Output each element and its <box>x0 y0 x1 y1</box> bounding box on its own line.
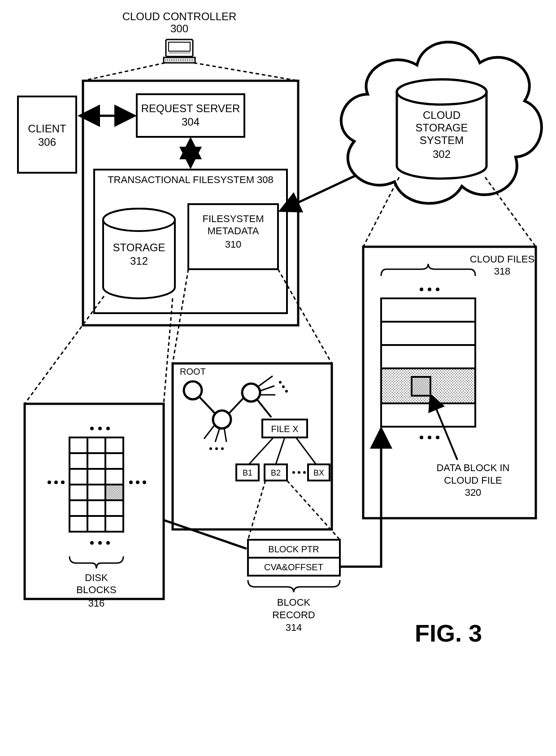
disk-blocks-label-1: DISK <box>85 572 108 583</box>
disk-blocks-ref: 316 <box>88 598 105 609</box>
svg-point-38 <box>428 436 431 439</box>
svg-line-33 <box>485 177 536 247</box>
svg-point-69 <box>106 427 110 430</box>
request-server-ref: 304 <box>182 116 200 128</box>
svg-point-46 <box>209 447 212 450</box>
svg-point-67 <box>90 427 94 430</box>
figure-label: FIG. 3 <box>415 620 482 647</box>
cloud-files-ellipsis-top <box>420 288 439 291</box>
svg-line-27 <box>194 63 298 81</box>
svg-point-37 <box>420 436 423 439</box>
tree-ellipsis-1 <box>209 447 224 450</box>
svg-point-78 <box>48 481 51 484</box>
storage-label: STORAGE <box>113 241 165 253</box>
file-x-label: FILE X <box>271 424 298 434</box>
transactional-fs-label: TRANSACTIONAL FILESYSTEM 308 <box>108 174 274 185</box>
cloud-file-row <box>381 298 475 322</box>
disk-blocks-ellipsis-bottom <box>90 541 110 545</box>
cloud-storage-label-2: STORAGE <box>416 122 468 134</box>
cloud-files-ellipsis-bottom <box>420 436 439 439</box>
svg-line-32 <box>363 177 399 247</box>
block-record-label-1: BLOCK <box>277 597 311 608</box>
cva-offset-label: CVA&OFFSET <box>264 562 323 572</box>
svg-point-60 <box>292 471 295 474</box>
data-block-ref: 320 <box>465 487 482 498</box>
cloud-file-row <box>381 322 475 345</box>
cloud-storage-label-1: CLOUD <box>423 109 460 121</box>
cloud-controller-ref: 300 <box>170 22 188 35</box>
svg-point-48 <box>221 447 224 450</box>
disk-blocks-ellipsis-top <box>90 427 110 430</box>
svg-point-29 <box>103 209 175 231</box>
cloud-files-label: CLOUD FILES <box>470 253 534 265</box>
svg-point-80 <box>61 481 65 484</box>
disk-block-highlight <box>105 485 123 500</box>
data-block-label-1: DATA BLOCK IN <box>436 462 509 473</box>
block-record-label-2: RECORD <box>272 609 315 621</box>
disk-blocks-ellipsis-right <box>129 481 146 484</box>
cloud-storage-ref: 302 <box>433 148 451 160</box>
disk-blocks-label-2: BLOCKS <box>76 584 116 595</box>
tree-node <box>242 384 260 402</box>
cloud-file-block-highlight <box>412 377 430 396</box>
client-label: CLIENT <box>28 122 66 135</box>
client-ref: 306 <box>38 136 56 148</box>
block-record-ref: 314 <box>286 622 302 633</box>
svg-rect-9 <box>164 57 195 63</box>
cloud-controller-label-group: CLOUD CONTROLLER 300 <box>122 10 237 35</box>
storage-ref: 312 <box>130 255 148 267</box>
block-b2-label: B2 <box>271 468 281 477</box>
svg-point-81 <box>129 481 133 484</box>
svg-point-47 <box>215 447 218 450</box>
svg-line-65 <box>25 296 104 404</box>
block-bx-label: BX <box>313 468 324 477</box>
cloud-files-ref: 318 <box>494 266 511 277</box>
tree-ellipsis-bx <box>292 471 306 474</box>
filesystem-metadata-label-1: FILESYSTEM <box>203 213 264 224</box>
computer-icon <box>164 39 195 63</box>
filesystem-metadata-ref: 310 <box>225 239 242 250</box>
svg-point-39 <box>436 436 439 439</box>
disk-blocks-ellipsis-left <box>48 481 65 484</box>
cloud-file-row <box>381 403 475 427</box>
svg-point-83 <box>143 481 146 484</box>
block-b1-label: B1 <box>243 468 252 477</box>
svg-point-34 <box>420 288 423 291</box>
svg-point-35 <box>428 288 431 291</box>
cloud-file-row <box>381 345 475 368</box>
svg-point-79 <box>54 481 58 484</box>
svg-point-36 <box>436 288 439 291</box>
svg-point-86 <box>106 541 110 545</box>
cloud-storage-label-3: SYSTEM <box>420 134 464 146</box>
svg-point-68 <box>98 427 102 430</box>
request-server-label: REQUEST SERVER <box>141 102 240 114</box>
block-ptr-label: BLOCK PTR <box>268 544 319 554</box>
svg-point-62 <box>303 471 306 474</box>
cloud-storage-cylinder: CLOUD STORAGE SYSTEM 302 <box>397 79 486 179</box>
cloud-controller-label: CLOUD CONTROLLER <box>122 10 237 22</box>
filesystem-metadata-label-2: METADATA <box>208 225 259 236</box>
svg-point-53 <box>279 381 282 384</box>
svg-point-61 <box>298 471 300 474</box>
svg-point-84 <box>90 541 94 545</box>
svg-line-26 <box>83 63 165 81</box>
svg-point-85 <box>98 541 102 545</box>
svg-point-82 <box>136 481 139 484</box>
svg-point-31 <box>397 79 486 105</box>
svg-point-55 <box>285 390 288 393</box>
storage-cylinder: STORAGE 312 <box>103 209 175 298</box>
tree-root-label: ROOT <box>180 367 206 376</box>
client-box <box>18 96 76 173</box>
svg-rect-7 <box>169 42 190 51</box>
data-block-label-2: CLOUD FILE <box>444 475 502 486</box>
svg-point-54 <box>282 385 285 388</box>
